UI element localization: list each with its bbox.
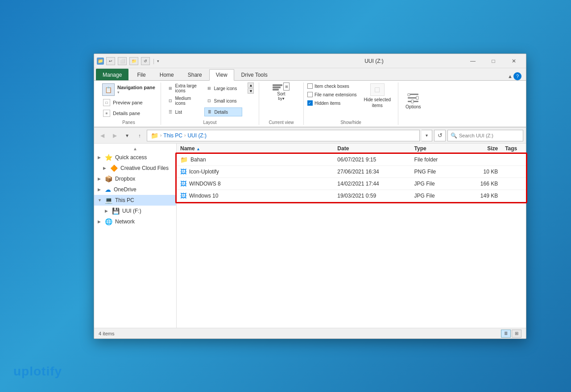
new-folder-button[interactable]: 📁 [129, 57, 138, 65]
file-explorer-window: 📁 ↩ ⬜ 📁 ↺ | ▾ UUI (Z:) — □ ✕ Manage File… [94, 54, 526, 339]
search-box[interactable]: 🔍 [447, 130, 523, 141]
expand-onedrive[interactable]: ▶ [98, 187, 102, 192]
navigation-pane-button[interactable]: 📋 Navigation pane ▾ [100, 83, 157, 97]
sidebar-item-dropbox[interactable]: ▶ 📦 Dropbox [94, 173, 176, 184]
details-icon: ≣ [207, 109, 213, 115]
details-pane-button[interactable]: ≡ Details pane [100, 108, 157, 118]
creative-cloud-icon: 🔶 [110, 165, 118, 172]
item-count: 4 items [99, 331, 114, 336]
logo-text: uplotify [13, 364, 62, 378]
tab-drive-tools[interactable]: Drive Tools [235, 69, 274, 80]
preview-pane-icon: □ [103, 99, 110, 106]
current-view-group-label: Current view [269, 118, 294, 125]
table-row[interactable]: 📁 Bahan 06/07/2021 9:15 File folder [177, 154, 526, 166]
tab-share[interactable]: Share [181, 69, 209, 80]
sidebar-item-uui-f[interactable]: ▶ 💾 UUI (F:) [94, 206, 176, 216]
small-icon: ⊡ [206, 98, 212, 104]
layout-list[interactable]: ☰ List [166, 107, 203, 116]
expand-dropbox[interactable]: ▶ [98, 177, 102, 181]
sidebar-item-onedrive[interactable]: ▶ ☁ OneDrive [94, 184, 176, 195]
minimize-button[interactable]: — [463, 54, 483, 68]
forward-button[interactable]: ▶ [109, 130, 120, 141]
options-group-spacer: . [413, 118, 414, 125]
recent-locations-button[interactable]: ▾ [122, 130, 132, 141]
tab-home[interactable]: Home [153, 69, 181, 80]
undo-button[interactable]: ↩ [106, 57, 115, 65]
uui-f-icon: 💾 [112, 207, 120, 215]
sidebar-item-quick-access[interactable]: ▶ ⭐ Quick access [94, 152, 176, 163]
large-icons-view-button[interactable]: ⊞ [512, 330, 521, 338]
path-uui[interactable]: UUI (Z:) [187, 132, 207, 139]
tab-view[interactable]: View [209, 69, 234, 81]
layout-medium[interactable]: ⊡ Medium icons [166, 95, 203, 107]
options-button[interactable]: Options [402, 90, 424, 111]
col-size[interactable]: Size [467, 144, 501, 154]
properties-button[interactable]: ⬜ [118, 57, 127, 65]
collapse-bar[interactable]: ▲ [94, 145, 176, 152]
file-type-icon: 🖼 [180, 192, 186, 199]
hidden-items-toggle[interactable]: ✓ Hidden items [307, 99, 357, 107]
ribbon-tabs: Manage File Home Share View Drive Tools … [94, 68, 526, 81]
sidebar-item-creative-cloud[interactable]: ▶ 🔶 Creative Cloud Files [94, 163, 176, 173]
expand-quick-access[interactable]: ▶ [98, 155, 102, 160]
file-type: PNG File [411, 166, 467, 178]
sort-button[interactable]: ⊞ Sort by▾ [273, 83, 290, 101]
uplotify-logo: uplotify [13, 364, 62, 379]
item-check-boxes-toggle[interactable]: Item check boxes [307, 83, 357, 90]
expand-creative-cloud[interactable]: ▶ [103, 166, 108, 170]
view-buttons: ≣ ⊞ [501, 330, 521, 338]
sort-bar-2 [273, 87, 281, 88]
refresh-button[interactable]: ↺ [434, 130, 446, 141]
table-row[interactable]: 🖼 Windows 10 19/03/2021 0:59 JPG File 14… [177, 190, 526, 202]
layout-group-label: Layout [203, 118, 216, 125]
help-button[interactable]: ? [513, 72, 521, 80]
address-path[interactable]: 📁 › This PC › UUI (Z:) [147, 130, 420, 141]
maximize-button[interactable]: □ [483, 54, 504, 68]
tab-manage[interactable]: Manage [96, 69, 128, 80]
nav-pane-label: Navigation pane [117, 85, 155, 90]
sidebar-item-network[interactable]: ▶ 🌐 Network [94, 216, 176, 227]
scroll-up-button[interactable]: ▲ [248, 83, 254, 88]
expand-uui-f[interactable]: ▶ [105, 209, 109, 213]
tab-file[interactable]: File [130, 69, 152, 80]
file-size: 149 KB [467, 190, 501, 202]
up-button[interactable]: ↑ [134, 130, 145, 141]
customize-arrow[interactable]: ▾ [157, 59, 159, 63]
close-button[interactable]: ✕ [504, 54, 524, 68]
sort-bar-3 [273, 89, 279, 91]
layout-extra-large[interactable]: ⊞ Extra large icons [166, 83, 203, 94]
col-tags[interactable]: Tags [501, 144, 526, 154]
title-bar-left: 📁 ↩ ⬜ 📁 ↺ | ▾ [94, 57, 277, 65]
path-dropdown-button[interactable]: ▾ [422, 130, 432, 141]
path-this-pc[interactable]: This PC [163, 132, 182, 139]
col-name[interactable]: Name ▲ [177, 144, 334, 154]
back-button[interactable]: ◀ [97, 130, 108, 141]
hidden-items-checkbox[interactable]: ✓ [307, 100, 313, 106]
layout-large[interactable]: ⊞ Large icons [204, 83, 242, 94]
expand-this-pc[interactable]: ▼ [98, 198, 102, 202]
col-date[interactable]: Date [334, 144, 410, 154]
sidebar-item-this-pc[interactable]: ▼ 💻 This PC [94, 195, 176, 206]
file-name-extensions-toggle[interactable]: File name extensions [307, 91, 357, 98]
file-name: WINDOWS 8 [189, 181, 221, 187]
refresh-quick-button[interactable]: ↺ [141, 57, 150, 65]
item-check-boxes-checkbox[interactable] [307, 83, 313, 89]
sort-indicator: ▲ [196, 147, 200, 151]
show-hide-group: Item check boxes File name extensions ✓ … [304, 83, 398, 125]
expand-network[interactable]: ▶ [98, 219, 102, 224]
layout-details[interactable]: ≣ Details [204, 107, 242, 116]
file-name-extensions-checkbox[interactable] [307, 92, 313, 97]
details-view-button[interactable]: ≣ [501, 330, 511, 338]
layout-small[interactable]: ⊡ Small icons [204, 95, 242, 107]
hide-selected-button[interactable]: □ Hide selecteditems [360, 83, 394, 109]
quick-access-icon: ⭐ [105, 154, 112, 161]
ribbon-collapse-button[interactable]: ▲ [508, 74, 513, 79]
preview-pane-button[interactable]: □ Preview pane [100, 98, 157, 107]
hide-selected-label: Hide selecteditems [364, 97, 391, 108]
this-pc-icon: 💻 [105, 197, 112, 204]
scroll-down-button[interactable]: ▼ [248, 88, 254, 94]
col-type[interactable]: Type [411, 144, 467, 154]
search-input[interactable] [459, 133, 520, 138]
table-row[interactable]: 🖼 Icon-Uplotify 27/06/2021 16:34 PNG Fil… [177, 166, 526, 178]
table-row[interactable]: 🖼 WINDOWS 8 14/02/2021 17:44 JPG File 16… [177, 178, 526, 190]
